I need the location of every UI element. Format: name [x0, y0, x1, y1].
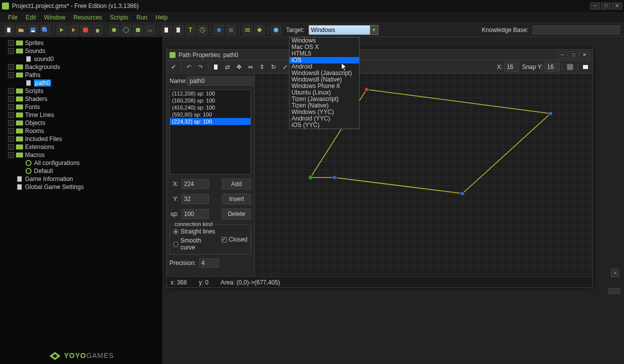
tree-node-macros[interactable]: -Macros: [0, 151, 162, 159]
save-button[interactable]: [28, 25, 38, 35]
path-maximize-button[interactable]: □: [568, 52, 578, 58]
tree-node-rooms[interactable]: -Rooms: [0, 127, 162, 135]
room-button[interactable]: [226, 25, 236, 35]
y-input[interactable]: [182, 194, 209, 204]
macros-button[interactable]: [242, 25, 252, 35]
target-option-ios-yyc-[interactable]: iOS (YYC): [290, 122, 359, 128]
menu-file[interactable]: File: [4, 13, 22, 22]
path-shift-button[interactable]: ✥: [234, 62, 244, 72]
path-undo-button[interactable]: ↶: [184, 62, 194, 72]
closed-checkbox[interactable]: ✔Closed: [222, 236, 248, 243]
delete-button[interactable]: Delete: [222, 208, 251, 220]
folder-icon: [16, 88, 23, 94]
tree-node-sprites[interactable]: -Sprites: [0, 39, 162, 47]
tree-node-path0[interactable]: path0: [0, 79, 162, 87]
sp-input[interactable]: [182, 209, 209, 219]
tree-node-sound0[interactable]: sound0: [0, 55, 162, 63]
point-row[interactable]: (592,80) sp: 100: [170, 111, 250, 118]
tree-node-global-game-settings[interactable]: Global Game Settings: [0, 183, 162, 191]
tree-node-extensions[interactable]: -Extensions: [0, 143, 162, 151]
sound-button[interactable]: [121, 25, 131, 35]
path-flip-button[interactable]: ⇕: [257, 62, 267, 72]
svg-rect-23: [214, 64, 218, 70]
grid-toggle-button[interactable]: [565, 62, 575, 72]
debug-button[interactable]: [68, 25, 78, 35]
tree-node-objects[interactable]: -Objects: [0, 119, 162, 127]
close-button[interactable]: ✕: [612, 2, 622, 10]
kb-search-input[interactable]: [532, 26, 620, 34]
menu-resources[interactable]: Resources: [70, 13, 106, 22]
x-input[interactable]: [182, 179, 209, 189]
tree-label: Objects: [25, 120, 46, 126]
target-select[interactable]: Windows ▼: [308, 25, 378, 35]
path-button[interactable]: [145, 25, 155, 35]
path-minimize-button[interactable]: ─: [558, 52, 568, 58]
smooth-curve-radio[interactable]: Smooth curve: [173, 237, 218, 251]
straight-lines-radio[interactable]: Straight lines: [173, 228, 218, 235]
path-mirror-button[interactable]: ⇔: [246, 62, 256, 72]
snap-x-input[interactable]: [504, 62, 519, 72]
point-row[interactable]: (224,32) sp: 100: [170, 118, 250, 125]
workspace-close-icon[interactable]: ✕: [611, 269, 619, 277]
tree-node-all-configurations[interactable]: All configurations: [0, 159, 162, 167]
path-points-list[interactable]: (112,208) sp: 100(160,208) sp: 100(416,2…: [170, 90, 251, 174]
precision-label: Precision:: [170, 260, 196, 266]
menu-help[interactable]: Help: [152, 13, 172, 22]
tree-node-included-files[interactable]: -Included Files: [0, 135, 162, 143]
add-button[interactable]: Add: [222, 178, 251, 190]
tree-node-scripts[interactable]: -Scripts: [0, 87, 162, 95]
open-button[interactable]: [16, 25, 26, 35]
snap-y-input[interactable]: [544, 62, 560, 72]
menu-edit[interactable]: Edit: [22, 13, 40, 22]
tree-node-sounds[interactable]: -Sounds: [0, 47, 162, 55]
help-button[interactable]: ?: [271, 25, 281, 35]
menu-run[interactable]: Run: [132, 13, 152, 22]
path-clear-button[interactable]: [211, 62, 221, 72]
insert-button[interactable]: Insert: [222, 194, 251, 204]
tree-label: Included Files: [25, 136, 62, 142]
svg-point-14: [200, 28, 205, 32]
run-button[interactable]: [56, 25, 66, 35]
workspace-area: Path Properties: path0 ─ □ ✕ ✔ ↶ ↷ ⇄ ✥ ⇔…: [163, 37, 624, 364]
menu-scripts[interactable]: Scripts: [106, 13, 132, 22]
tree-node-shaders[interactable]: -Shaders: [0, 95, 162, 103]
tree-node-fonts[interactable]: -Fonts: [0, 103, 162, 111]
path-scale-button[interactable]: ⤢: [280, 62, 290, 72]
svg-rect-25: [583, 65, 588, 69]
stop-button[interactable]: [80, 25, 90, 35]
tree-node-paths[interactable]: -Paths: [0, 71, 162, 79]
workspace-scrollbar[interactable]: [608, 288, 620, 294]
tree-node-time-lines[interactable]: -Time Lines: [0, 111, 162, 119]
file-icon: [25, 56, 32, 62]
background-button[interactable]: [133, 25, 143, 35]
svg-rect-2: [32, 30, 34, 32]
path-close-button[interactable]: ✕: [580, 52, 590, 58]
path-rotate-button[interactable]: ↻: [268, 62, 278, 72]
tree-node-backgrounds[interactable]: -Backgrounds: [0, 63, 162, 71]
shader-button[interactable]: [174, 25, 184, 35]
precision-input[interactable]: [199, 258, 219, 268]
point-row[interactable]: (160,208) sp: 100: [170, 97, 250, 104]
object-button[interactable]: [214, 25, 224, 35]
folder-icon: [16, 136, 23, 142]
extensions-button[interactable]: [254, 25, 264, 35]
tree-node-game-information[interactable]: Game Information: [0, 175, 162, 183]
point-row[interactable]: (416,240) sp: 100: [170, 104, 250, 111]
clean-button[interactable]: [92, 25, 102, 35]
script-button[interactable]: [162, 25, 172, 35]
path-ok-button[interactable]: ✔: [168, 62, 178, 72]
path-window-title: Path Properties: path0: [178, 52, 558, 58]
room-select-button[interactable]: [580, 62, 590, 72]
timeline-button[interactable]: [198, 25, 208, 35]
menu-window[interactable]: Window: [40, 13, 70, 22]
minimize-button[interactable]: ─: [590, 2, 600, 10]
path-redo-button[interactable]: ↷: [196, 62, 206, 72]
point-row[interactable]: (112,208) sp: 100: [170, 90, 250, 97]
save-all-button[interactable]: [40, 25, 50, 35]
tree-node-default[interactable]: Default: [0, 167, 162, 175]
maximize-button[interactable]: □: [601, 2, 611, 10]
sprite-button[interactable]: [109, 25, 119, 35]
new-button[interactable]: [4, 25, 14, 35]
path-reverse-button[interactable]: ⇄: [222, 62, 232, 72]
font-button[interactable]: T: [186, 25, 196, 35]
